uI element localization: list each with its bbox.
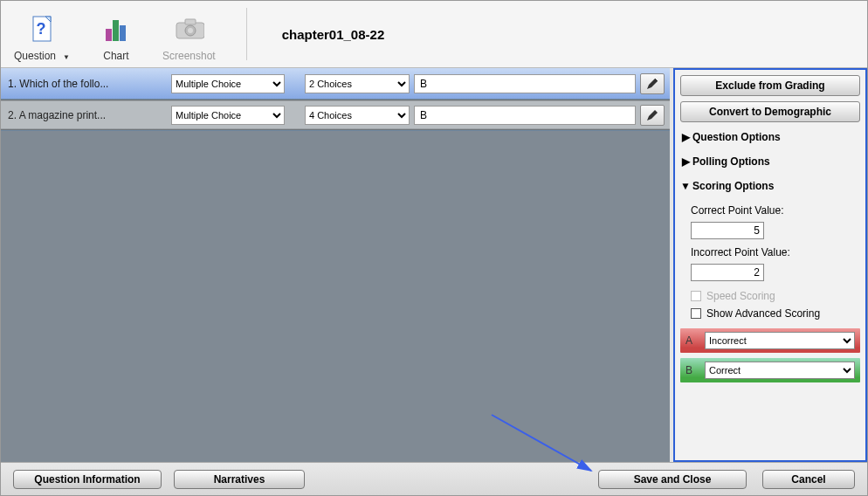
advanced-scoring-label: Show Advanced Scoring <box>706 307 820 320</box>
question-row[interactable]: 2. A magazine print... Multiple Choice 4… <box>1 100 670 131</box>
speed-scoring-label: Speed Scoring <box>706 290 775 302</box>
question-tool[interactable]: ? Question▼ <box>5 4 79 64</box>
polling-options-header[interactable]: ▶ Polling Options <box>680 152 860 171</box>
pencil-icon <box>645 108 659 122</box>
save-and-close-button[interactable]: Save and Close <box>598 470 747 489</box>
question-info-button[interactable]: Question Information <box>13 470 162 489</box>
triangle-right-icon: ▶ <box>680 131 691 143</box>
checkbox-icon <box>691 308 701 319</box>
question-label: 2. A magazine print... <box>1 109 167 121</box>
screenshot-tool: Screenshot <box>154 4 224 64</box>
properties-panel: Exclude from Grading Convert to Demograp… <box>673 68 867 462</box>
chart-tool[interactable]: Chart <box>92 4 141 64</box>
triangle-down-icon: ▼ <box>680 180 691 192</box>
choices-select[interactable]: 4 Choices <box>305 106 410 125</box>
convert-button[interactable]: Convert to Demographic <box>680 101 860 122</box>
polling-options-label: Polling Options <box>692 155 770 168</box>
page-title: chapter01_08-22 <box>282 27 385 42</box>
question-list-panel: 1. Which of the follo... Multiple Choice… <box>1 68 673 462</box>
question-icon: ? <box>26 13 58 45</box>
checkbox-icon <box>691 291 701 301</box>
pencil-icon <box>645 77 659 91</box>
answer-status-select[interactable]: Incorrect <box>705 332 855 349</box>
cancel-button[interactable]: Cancel <box>762 470 855 489</box>
question-type-select[interactable]: Multiple Choice <box>171 106 285 125</box>
title-area: chapter01_08-22 <box>246 8 863 60</box>
answer-input[interactable] <box>414 74 636 93</box>
incorrect-points-label: Incorrect Point Value: <box>691 246 860 258</box>
bottom-bar: Question Information Narratives Save and… <box>1 462 867 495</box>
screenshot-tool-label: Screenshot <box>162 50 216 62</box>
answer-status-row: A Incorrect <box>680 328 860 353</box>
question-options-header[interactable]: ▶ Question Options <box>680 127 860 147</box>
speed-scoring-checkbox[interactable]: Speed Scoring <box>691 290 860 302</box>
scoring-options-label: Scoring Options <box>692 180 774 192</box>
answer-input[interactable] <box>414 106 636 125</box>
svg-rect-3 <box>113 20 119 41</box>
choices-select[interactable]: 2 Choices <box>305 74 410 93</box>
svg-point-8 <box>188 28 193 33</box>
question-options-label: Question Options <box>692 131 781 143</box>
advanced-scoring-checkbox[interactable]: Show Advanced Scoring <box>691 307 860 320</box>
svg-rect-4 <box>120 25 126 41</box>
question-tool-label: Question <box>14 50 56 62</box>
dropdown-arrow-icon: ▼ <box>63 53 70 61</box>
chart-tool-label: Chart <box>103 50 128 62</box>
edit-button[interactable] <box>640 105 665 126</box>
svg-rect-6 <box>185 19 196 24</box>
chart-icon <box>100 13 132 45</box>
narratives-button[interactable]: Narratives <box>174 470 305 489</box>
question-label: 1. Which of the follo... <box>1 78 167 90</box>
incorrect-points-input[interactable] <box>691 264 764 281</box>
question-row[interactable]: 1. Which of the follo... Multiple Choice… <box>1 68 670 100</box>
question-type-select[interactable]: Multiple Choice <box>171 74 285 93</box>
correct-points-label: Correct Point Value: <box>691 204 860 217</box>
scoring-options-header[interactable]: ▼ Scoring Options <box>680 176 860 196</box>
svg-rect-2 <box>106 29 112 41</box>
top-toolbar: ? Question▼ Chart Screenshot chapter01_0… <box>1 1 867 68</box>
answer-status-select[interactable]: Correct <box>705 362 855 379</box>
exclude-button[interactable]: Exclude from Grading <box>680 75 860 96</box>
answer-letter: A <box>685 334 698 347</box>
workspace: 1. Which of the follo... Multiple Choice… <box>1 68 867 462</box>
svg-text:?: ? <box>36 20 45 38</box>
scoring-options-body: Correct Point Value: Incorrect Point Val… <box>680 201 860 323</box>
answer-letter: B <box>685 364 698 376</box>
correct-points-input[interactable] <box>691 222 764 239</box>
edit-button[interactable] <box>640 73 665 94</box>
answer-status-row: B Correct <box>680 358 860 382</box>
screenshot-icon <box>173 13 204 45</box>
triangle-right-icon: ▶ <box>680 155 691 168</box>
